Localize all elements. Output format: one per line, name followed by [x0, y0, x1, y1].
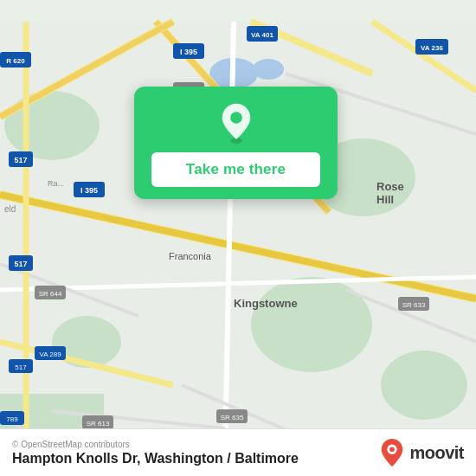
svg-text:517: 517 — [14, 156, 27, 164]
attribution-text: © OpenStreetMap contributors — [12, 440, 299, 449]
svg-point-1 — [4, 91, 100, 160]
map-container: I 395 I 395 VA 401 VA 236 5R 648 517 517… — [0, 0, 476, 476]
location-name: Hampton Knolls Dr, Washington / Baltimor… — [12, 451, 299, 466]
svg-text:Hill: Hill — [376, 193, 394, 206]
svg-text:SR 644: SR 644 — [39, 290, 62, 298]
svg-point-67 — [390, 447, 396, 452]
moovit-brand-text: moovit — [409, 443, 464, 463]
svg-text:I 395: I 395 — [80, 186, 98, 195]
svg-text:VA 401: VA 401 — [251, 31, 273, 39]
svg-text:Kingstowne: Kingstowne — [234, 297, 298, 310]
svg-point-6 — [381, 351, 467, 420]
popup-card: Take me there — [134, 87, 338, 199]
svg-text:R 620: R 620 — [6, 57, 25, 65]
svg-text:SR 635: SR 635 — [221, 414, 244, 421]
take-me-there-button[interactable]: Take me there — [151, 152, 320, 187]
moovit-logo: moovit — [380, 438, 464, 467]
map-pin-icon — [215, 102, 257, 144]
svg-text:517: 517 — [15, 363, 27, 371]
svg-text:789: 789 — [6, 415, 18, 423]
svg-text:517: 517 — [14, 260, 27, 268]
svg-text:VA 236: VA 236 — [421, 44, 443, 52]
svg-text:VA 289: VA 289 — [39, 351, 61, 358]
map-background: I 395 I 395 VA 401 VA 236 5R 648 517 517… — [0, 0, 476, 476]
svg-point-8 — [253, 59, 284, 80]
svg-text:SR 633: SR 633 — [402, 301, 426, 309]
svg-text:Franconia: Franconia — [169, 251, 212, 261]
svg-text:Ra...: Ra... — [48, 179, 64, 188]
moovit-pin-icon — [380, 438, 404, 467]
bottom-bar: © OpenStreetMap contributors Hampton Kno… — [0, 428, 476, 476]
svg-text:Rose: Rose — [376, 180, 404, 193]
svg-point-65 — [230, 112, 242, 124]
svg-text:SR 613: SR 613 — [87, 420, 110, 428]
svg-text:I 395: I 395 — [180, 48, 197, 56]
bottom-left: © OpenStreetMap contributors Hampton Kno… — [12, 440, 299, 466]
svg-text:eld: eld — [4, 204, 16, 214]
